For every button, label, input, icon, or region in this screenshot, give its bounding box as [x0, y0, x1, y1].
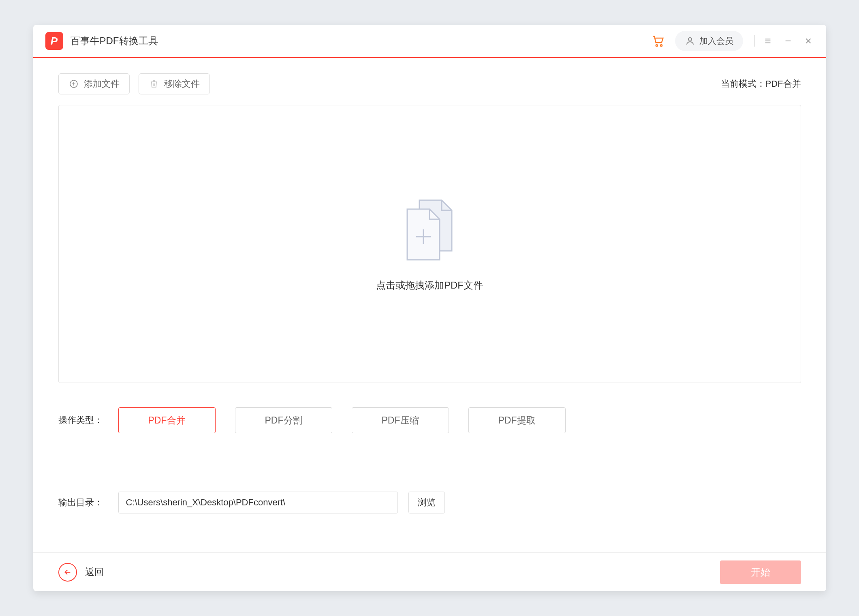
cart-button[interactable] — [649, 32, 668, 50]
back-arrow-icon — [58, 563, 77, 582]
titlebar: P 百事牛PDF转换工具 加入会员 — [33, 25, 826, 58]
close-icon — [804, 36, 813, 45]
toolbar-row: 添加文件 移除文件 当前模式：PDF合并 — [58, 73, 801, 94]
current-mode-text: 当前模式：PDF合并 — [721, 78, 801, 90]
browse-button[interactable]: 浏览 — [408, 492, 445, 513]
file-drop-zone[interactable]: 点击或拖拽添加PDF文件 — [58, 105, 801, 383]
window-controls — [754, 35, 814, 47]
output-directory-section: 输出目录： 浏览 — [58, 492, 801, 513]
user-icon — [685, 36, 695, 46]
join-member-button[interactable]: 加入会员 — [675, 31, 743, 51]
option-pdf-compress[interactable]: PDF压缩 — [352, 407, 449, 433]
add-file-label: 添加文件 — [84, 78, 120, 90]
app-logo: P — [45, 32, 63, 50]
remove-file-label: 移除文件 — [164, 78, 200, 90]
minimize-icon — [784, 36, 793, 45]
app-window: P 百事牛PDF转换工具 加入会员 — [33, 25, 826, 591]
close-button[interactable] — [803, 35, 814, 47]
option-pdf-merge[interactable]: PDF合并 — [118, 407, 216, 433]
output-dir-label: 输出目录： — [58, 496, 103, 509]
operation-type-section: 操作类型： PDF合并 PDF分割 PDF压缩 PDF提取 — [58, 407, 801, 433]
svg-point-1 — [660, 45, 662, 46]
content-area: 添加文件 移除文件 当前模式：PDF合并 — [33, 58, 826, 552]
footer-bar: 返回 开始 — [33, 552, 826, 591]
svg-point-2 — [688, 38, 692, 41]
drop-hint-text: 点击或拖拽添加PDF文件 — [376, 279, 483, 292]
app-title: 百事牛PDF转换工具 — [71, 34, 158, 47]
start-button[interactable]: 开始 — [720, 560, 801, 584]
plus-circle-icon — [68, 79, 79, 89]
cart-icon — [652, 34, 665, 48]
back-label: 返回 — [85, 566, 104, 578]
remove-file-button[interactable]: 移除文件 — [139, 73, 210, 94]
trash-icon — [149, 79, 159, 89]
minimize-button[interactable] — [782, 35, 794, 47]
svg-point-0 — [656, 45, 657, 46]
menu-button[interactable] — [762, 35, 774, 47]
menu-icon — [763, 36, 772, 45]
option-pdf-split[interactable]: PDF分割 — [235, 407, 332, 433]
logo-letter: P — [51, 35, 58, 47]
add-file-icon — [397, 196, 462, 261]
output-path-input[interactable] — [118, 492, 398, 513]
option-pdf-extract[interactable]: PDF提取 — [468, 407, 566, 433]
operation-type-label: 操作类型： — [58, 414, 103, 426]
member-label: 加入会员 — [699, 35, 733, 47]
back-button[interactable]: 返回 — [58, 563, 104, 582]
add-file-button[interactable]: 添加文件 — [58, 73, 130, 94]
